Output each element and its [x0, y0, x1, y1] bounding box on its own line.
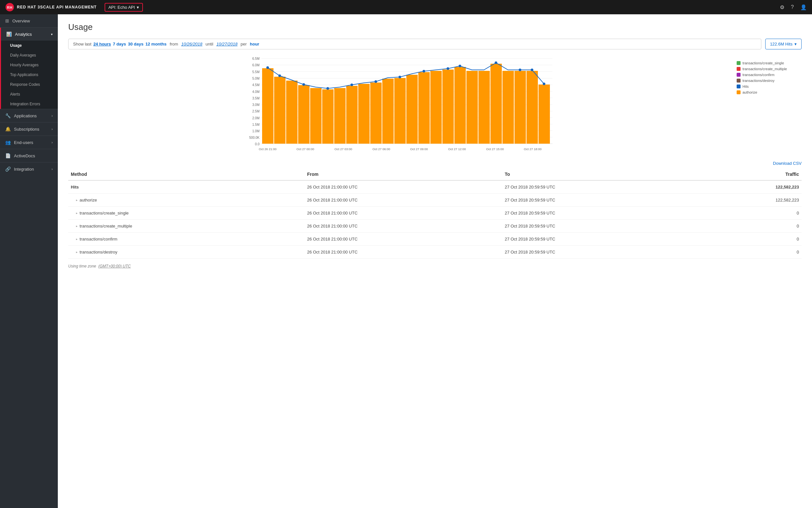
- help-icon[interactable]: ?: [791, 4, 794, 10]
- sidebar-item-endusers[interactable]: 👥 End-users ›: [0, 136, 58, 149]
- sidebar-endusers-label: End-users: [14, 140, 33, 145]
- date-to[interactable]: 10/27/2018: [216, 42, 237, 46]
- app-logo: RH RED HAT 3SCALE API MANAGEMENT: [5, 3, 97, 12]
- svg-text:5.5M: 5.5M: [252, 70, 259, 74]
- sidebar-integration-label: Integration: [14, 167, 34, 172]
- col-traffic: Traffic: [700, 168, 802, 180]
- chart-section: 6.5M 6.0M 5.5M 5.0M 4.5M 4.0M 3.5M 3.0M …: [68, 55, 802, 153]
- sidebar-subscriptions-label: Subscriptions: [14, 127, 39, 132]
- legend-color-destroy: [737, 79, 741, 83]
- sidebar-activedocs-label: ActiveDocs: [14, 154, 35, 158]
- legend-label-confirm: transactions/confirm: [743, 73, 774, 77]
- legend-confirm: transactions/confirm: [737, 73, 802, 77]
- bar-20: [503, 71, 514, 144]
- applications-icon: 🔧: [5, 113, 11, 118]
- user-icon[interactable]: 👤: [800, 4, 807, 10]
- svg-text:3.0M: 3.0M: [252, 103, 259, 107]
- legend-label-create-single: transactions/create_single: [743, 61, 784, 65]
- cell-method: ▸ transactions/create_multiple: [68, 220, 304, 233]
- sidebar-item-subscriptions[interactable]: 🔔 Subscriptions ›: [0, 123, 58, 135]
- sidebar-sub-response-codes[interactable]: Response Codes: [1, 80, 58, 89]
- api-selector[interactable]: API: Echo API ▾: [105, 3, 143, 12]
- sidebar-item-applications[interactable]: 🔧 Applications ›: [0, 109, 58, 122]
- legend-color-create-multiple: [737, 67, 741, 71]
- col-from: From: [304, 168, 502, 180]
- svg-text:4.5M: 4.5M: [252, 83, 259, 87]
- analytics-caret: ▾: [51, 33, 53, 36]
- legend-label-destroy: transactions/destroy: [743, 79, 774, 83]
- sidebar: ⊞ Overview 📊 Analytics ▾ Usage Daily Ave…: [0, 14, 58, 508]
- svg-text:Oct 27 18:00: Oct 27 18:00: [524, 147, 541, 151]
- bar-8: [358, 84, 370, 144]
- bar-21: [515, 71, 526, 144]
- settings-icon[interactable]: ⚙: [780, 4, 784, 10]
- sidebar-sub-hourly-averages[interactable]: Hourly Averages: [1, 60, 58, 70]
- svg-text:1.5M: 1.5M: [252, 123, 259, 126]
- svg-text:5.0M: 5.0M: [252, 77, 259, 80]
- dot-12: [531, 69, 533, 71]
- filter-24h[interactable]: 24 hours: [93, 42, 111, 46]
- bar-5: [322, 89, 334, 144]
- cell-to: 27 Oct 2018 20:59:59 UTC: [502, 194, 700, 207]
- integration-icon: 🔗: [5, 166, 11, 172]
- brand-text: RED HAT 3SCALE API MANAGEMENT: [17, 5, 97, 9]
- method-value: transactions/confirm: [80, 237, 117, 242]
- row-bullet: ▸: [76, 250, 78, 254]
- date-until-text: until: [204, 42, 214, 46]
- bar-23: [538, 85, 550, 144]
- dot-11: [519, 69, 521, 71]
- sidebar-item-overview[interactable]: ⊞ Overview: [0, 14, 58, 27]
- bar-17: [466, 71, 478, 144]
- main-layout: ⊞ Overview 📊 Analytics ▾ Usage Daily Ave…: [0, 14, 812, 508]
- sidebar-sub-daily-averages[interactable]: Daily Averages: [1, 50, 58, 60]
- sidebar-sub-alerts[interactable]: Alerts: [1, 89, 58, 99]
- sidebar-sub-usage[interactable]: Usage: [1, 41, 58, 50]
- filter-12m[interactable]: 12 months: [145, 42, 166, 46]
- integration-section: 🔗 Integration ›: [0, 162, 58, 175]
- timezone-label: Using time zone: [68, 264, 96, 268]
- timezone-value[interactable]: (GMT+00:00) UTC: [98, 264, 131, 268]
- svg-text:2.5M: 2.5M: [252, 110, 259, 113]
- endusers-caret: ›: [52, 141, 53, 144]
- chart-legend: transactions/create_single transactions/…: [737, 55, 802, 94]
- activedocs-icon: 📄: [5, 153, 11, 158]
- bar-18: [478, 71, 490, 144]
- date-from[interactable]: 10/26/2018: [181, 42, 202, 46]
- bar-2: [286, 81, 297, 144]
- redhat-logo-icon: RH: [5, 3, 14, 12]
- endusers-section: 👥 End-users ›: [0, 135, 58, 149]
- main-content: Usage Show last 24 hours 7 days 30 days …: [58, 14, 812, 508]
- download-csv-link[interactable]: Download CSV: [773, 161, 802, 166]
- sidebar-item-analytics[interactable]: 📊 Analytics ▾: [0, 28, 58, 41]
- dot-8: [446, 67, 449, 70]
- cell-from: 26 Oct 2018 21:00:00 UTC: [304, 207, 502, 220]
- cell-to: 27 Oct 2018 20:59:59 UTC: [502, 233, 700, 246]
- filter-bar: Show last 24 hours 7 days 30 days 12 mon…: [68, 39, 802, 49]
- overview-icon: ⊞: [5, 18, 9, 24]
- dot-10: [495, 61, 497, 64]
- api-selector-caret: ▾: [137, 5, 139, 10]
- method-value: authorize: [80, 198, 97, 203]
- method-value: transactions/create_multiple: [80, 224, 132, 228]
- filter-7d[interactable]: 7 days: [113, 42, 126, 46]
- sidebar-sub-top-applications[interactable]: Top Applications: [1, 70, 58, 80]
- applications-section: 🔧 Applications ›: [0, 109, 58, 122]
- bar-10: [382, 79, 394, 144]
- filter-30d[interactable]: 30 days: [128, 42, 144, 46]
- row-bullet: ▸: [76, 224, 78, 228]
- sidebar-item-activedocs[interactable]: 📄 ActiveDocs: [0, 149, 58, 162]
- bar-9: [370, 83, 382, 144]
- row-bullet: ▸: [76, 237, 78, 241]
- svg-text:Oct 27 06:00: Oct 27 06:00: [373, 147, 390, 151]
- method-value: transactions/create_single: [80, 211, 129, 215]
- bar-15: [442, 70, 454, 144]
- sidebar-item-integration[interactable]: 🔗 Integration ›: [0, 163, 58, 175]
- sidebar-sub-integration-errors[interactable]: Integration Errors: [1, 99, 58, 109]
- per-unit[interactable]: hour: [250, 42, 259, 46]
- legend-label-hits: Hits: [743, 85, 749, 88]
- subscriptions-section: 🔔 Subscriptions ›: [0, 122, 58, 135]
- legend-color-authorize: [737, 90, 741, 94]
- hits-button[interactable]: 122.6M Hits ▾: [765, 39, 802, 49]
- bar-4: [310, 88, 322, 144]
- analytics-submenu: Usage Daily Averages Hourly Averages Top…: [0, 41, 58, 109]
